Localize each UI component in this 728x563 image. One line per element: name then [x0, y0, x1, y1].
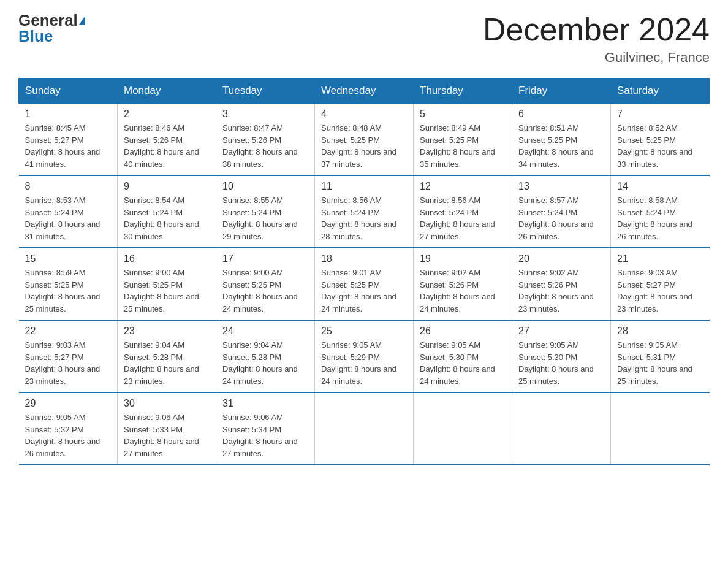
- day-info: Sunrise: 9:06 AMSunset: 5:33 PMDaylight:…: [124, 413, 199, 458]
- logo: General Blue: [18, 12, 85, 44]
- day-cell: 15 Sunrise: 8:59 AMSunset: 5:25 PMDaylig…: [19, 248, 118, 320]
- week-row: 29 Sunrise: 9:05 AMSunset: 5:32 PMDaylig…: [19, 393, 710, 465]
- day-number: 17: [222, 253, 308, 264]
- day-info: Sunrise: 8:58 AMSunset: 5:24 PMDaylight:…: [617, 196, 692, 241]
- day-number: 30: [124, 398, 210, 409]
- day-info: Sunrise: 9:03 AMSunset: 5:27 PMDaylight:…: [617, 268, 692, 313]
- day-info: Sunrise: 9:03 AMSunset: 5:27 PMDaylight:…: [25, 340, 100, 386]
- day-cell: 8 Sunrise: 8:53 AMSunset: 5:24 PMDayligh…: [19, 175, 118, 248]
- day-number: 25: [321, 326, 407, 337]
- calendar-header: SundayMondayTuesdayWednesdayThursdayFrid…: [19, 79, 710, 104]
- day-info: Sunrise: 9:02 AMSunset: 5:26 PMDaylight:…: [518, 268, 594, 313]
- header-cell-tuesday: Tuesday: [216, 79, 315, 104]
- day-cell: 3 Sunrise: 8:47 AMSunset: 5:26 PMDayligh…: [216, 104, 315, 176]
- day-number: 11: [321, 181, 407, 192]
- day-cell: [315, 393, 414, 465]
- day-number: 27: [518, 326, 604, 337]
- day-cell: [414, 393, 512, 465]
- day-info: Sunrise: 8:56 AMSunset: 5:24 PMDaylight:…: [420, 196, 495, 241]
- week-row: 1 Sunrise: 8:45 AMSunset: 5:27 PMDayligh…: [19, 104, 710, 176]
- day-cell: 4 Sunrise: 8:48 AMSunset: 5:25 PMDayligh…: [315, 104, 414, 176]
- calendar-subtitle: Guilvinec, France: [483, 50, 710, 66]
- header-cell-friday: Friday: [512, 79, 611, 104]
- day-info: Sunrise: 9:02 AMSunset: 5:26 PMDaylight:…: [420, 268, 495, 313]
- day-number: 23: [124, 326, 210, 337]
- day-info: Sunrise: 8:48 AMSunset: 5:25 PMDaylight:…: [321, 123, 396, 169]
- day-cell: 5 Sunrise: 8:49 AMSunset: 5:25 PMDayligh…: [414, 104, 512, 176]
- day-info: Sunrise: 9:05 AMSunset: 5:30 PMDaylight:…: [518, 340, 594, 386]
- day-cell: 23 Sunrise: 9:04 AMSunset: 5:28 PMDaylig…: [118, 320, 216, 393]
- day-cell: 22 Sunrise: 9:03 AMSunset: 5:27 PMDaylig…: [19, 320, 118, 393]
- day-cell: 6 Sunrise: 8:51 AMSunset: 5:25 PMDayligh…: [512, 104, 611, 176]
- day-info: Sunrise: 8:47 AMSunset: 5:26 PMDaylight:…: [222, 123, 298, 169]
- day-number: 6: [518, 109, 604, 120]
- day-info: Sunrise: 9:04 AMSunset: 5:28 PMDaylight:…: [124, 340, 199, 386]
- calendar-table: SundayMondayTuesdayWednesdayThursdayFrid…: [18, 78, 710, 465]
- day-number: 28: [617, 326, 703, 337]
- day-cell: 29 Sunrise: 9:05 AMSunset: 5:32 PMDaylig…: [19, 393, 118, 465]
- day-cell: 12 Sunrise: 8:56 AMSunset: 5:24 PMDaylig…: [414, 175, 512, 248]
- day-cell: [512, 393, 611, 465]
- day-number: 20: [518, 253, 604, 264]
- logo-blue: Blue: [18, 28, 53, 44]
- day-number: 24: [222, 326, 308, 337]
- day-info: Sunrise: 8:52 AMSunset: 5:25 PMDaylight:…: [617, 123, 692, 169]
- day-info: Sunrise: 8:53 AMSunset: 5:24 PMDaylight:…: [25, 196, 100, 241]
- day-cell: 7 Sunrise: 8:52 AMSunset: 5:25 PMDayligh…: [611, 104, 710, 176]
- day-number: 16: [124, 253, 210, 264]
- day-number: 29: [25, 398, 112, 409]
- header-cell-wednesday: Wednesday: [315, 79, 414, 104]
- header-cell-saturday: Saturday: [611, 79, 710, 104]
- day-cell: 10 Sunrise: 8:55 AMSunset: 5:24 PMDaylig…: [216, 175, 315, 248]
- day-cell: 28 Sunrise: 9:05 AMSunset: 5:31 PMDaylig…: [611, 320, 710, 393]
- week-row: 15 Sunrise: 8:59 AMSunset: 5:25 PMDaylig…: [19, 248, 710, 320]
- day-info: Sunrise: 9:00 AMSunset: 5:25 PMDaylight:…: [124, 268, 199, 313]
- header-row: SundayMondayTuesdayWednesdayThursdayFrid…: [19, 79, 710, 104]
- day-info: Sunrise: 8:46 AMSunset: 5:26 PMDaylight:…: [124, 123, 199, 169]
- day-cell: 1 Sunrise: 8:45 AMSunset: 5:27 PMDayligh…: [19, 104, 118, 176]
- day-info: Sunrise: 9:04 AMSunset: 5:28 PMDaylight:…: [222, 340, 298, 386]
- day-number: 12: [420, 181, 506, 192]
- week-row: 8 Sunrise: 8:53 AMSunset: 5:24 PMDayligh…: [19, 175, 710, 248]
- day-number: 9: [124, 181, 210, 192]
- day-info: Sunrise: 9:05 AMSunset: 5:29 PMDaylight:…: [321, 340, 396, 386]
- day-info: Sunrise: 9:05 AMSunset: 5:32 PMDaylight:…: [25, 413, 100, 458]
- day-number: 8: [25, 181, 112, 192]
- day-info: Sunrise: 8:57 AMSunset: 5:24 PMDaylight:…: [518, 196, 594, 241]
- day-info: Sunrise: 8:54 AMSunset: 5:24 PMDaylight:…: [124, 196, 199, 241]
- day-cell: 25 Sunrise: 9:05 AMSunset: 5:29 PMDaylig…: [315, 320, 414, 393]
- day-info: Sunrise: 8:51 AMSunset: 5:25 PMDaylight:…: [518, 123, 594, 169]
- day-number: 18: [321, 253, 407, 264]
- header-cell-sunday: Sunday: [19, 79, 118, 104]
- day-cell: 30 Sunrise: 9:06 AMSunset: 5:33 PMDaylig…: [118, 393, 216, 465]
- day-number: 31: [222, 398, 308, 409]
- calendar-title: December 2024: [483, 12, 710, 47]
- day-number: 13: [518, 181, 604, 192]
- day-info: Sunrise: 8:56 AMSunset: 5:24 PMDaylight:…: [321, 196, 396, 241]
- day-cell: 16 Sunrise: 9:00 AMSunset: 5:25 PMDaylig…: [118, 248, 216, 320]
- day-number: 21: [617, 253, 703, 264]
- day-info: Sunrise: 9:01 AMSunset: 5:25 PMDaylight:…: [321, 268, 396, 313]
- day-cell: 19 Sunrise: 9:02 AMSunset: 5:26 PMDaylig…: [414, 248, 512, 320]
- page-header: General Blue December 2024 Guilvinec, Fr…: [18, 12, 710, 66]
- day-number: 2: [124, 109, 210, 120]
- day-cell: [611, 393, 710, 465]
- header-cell-thursday: Thursday: [414, 79, 512, 104]
- day-info: Sunrise: 9:06 AMSunset: 5:34 PMDaylight:…: [222, 413, 298, 458]
- logo-triangle-icon: [79, 16, 85, 25]
- day-cell: 9 Sunrise: 8:54 AMSunset: 5:24 PMDayligh…: [118, 175, 216, 248]
- day-number: 26: [420, 326, 506, 337]
- day-cell: 26 Sunrise: 9:05 AMSunset: 5:30 PMDaylig…: [414, 320, 512, 393]
- day-number: 1: [25, 109, 112, 120]
- day-info: Sunrise: 9:00 AMSunset: 5:25 PMDaylight:…: [222, 268, 298, 313]
- day-cell: 13 Sunrise: 8:57 AMSunset: 5:24 PMDaylig…: [512, 175, 611, 248]
- day-number: 15: [25, 253, 112, 264]
- day-number: 10: [222, 181, 308, 192]
- calendar-body: 1 Sunrise: 8:45 AMSunset: 5:27 PMDayligh…: [19, 104, 710, 465]
- day-info: Sunrise: 8:49 AMSunset: 5:25 PMDaylight:…: [420, 123, 495, 169]
- day-cell: 21 Sunrise: 9:03 AMSunset: 5:27 PMDaylig…: [611, 248, 710, 320]
- title-block: December 2024 Guilvinec, France: [483, 12, 710, 66]
- header-cell-monday: Monday: [118, 79, 216, 104]
- day-cell: 11 Sunrise: 8:56 AMSunset: 5:24 PMDaylig…: [315, 175, 414, 248]
- day-cell: 31 Sunrise: 9:06 AMSunset: 5:34 PMDaylig…: [216, 393, 315, 465]
